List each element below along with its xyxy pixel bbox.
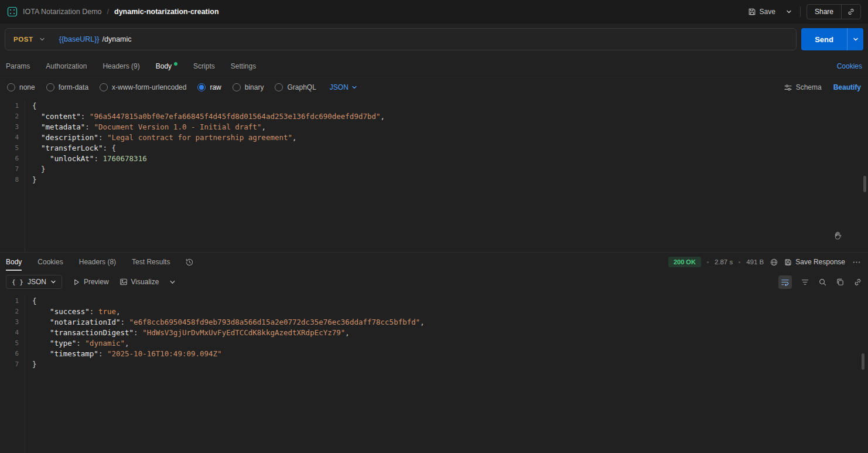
beautify-button[interactable]: Beautify (833, 83, 861, 91)
code-line[interactable]: } (32, 175, 868, 185)
radio-icon (197, 83, 206, 91)
response-time: 2.87 s (715, 258, 733, 265)
response-history-icon[interactable] (185, 258, 194, 267)
breadcrumb-workspace[interactable]: IOTA Notarization Demo (23, 8, 102, 16)
link-icon-button[interactable] (853, 278, 862, 287)
tab-label: Body (156, 62, 172, 70)
save-options-chevron[interactable] (784, 6, 794, 17)
code-line[interactable]: "content": "96a5447815a0bf0e7efa66845f4d… (32, 111, 868, 122)
share-split-button: Share (807, 4, 861, 19)
radio-icon (7, 83, 15, 91)
chevron-down-icon (39, 36, 45, 42)
radio-label: binary (245, 83, 264, 91)
schema-label: Schema (796, 83, 822, 91)
response-tab-cookies[interactable]: Cookies (37, 253, 63, 271)
save-button[interactable]: Save (746, 5, 778, 18)
url-path: /dynamic (102, 35, 132, 43)
breadcrumb-request-title: dynamic-notarization-creation (114, 8, 219, 16)
code-line[interactable]: } (32, 164, 868, 175)
code-line[interactable]: "transferLock": { (32, 143, 868, 154)
response-tabs: BodyCookiesHeaders (8)Test Results (6, 253, 170, 271)
feedback-hand-icon[interactable] (833, 231, 842, 240)
network-globe-icon[interactable] (770, 258, 778, 267)
line-number: 3 (0, 122, 19, 132)
breadcrumb-separator: / (107, 8, 109, 16)
tab-settings[interactable]: Settings (231, 59, 256, 74)
tab-label: Scripts (193, 62, 215, 70)
code-line[interactable]: "metadata": "Document Version 1.0 - Init… (32, 122, 868, 132)
share-button[interactable]: Share (807, 5, 841, 19)
radio-icon (275, 83, 283, 91)
tab-body[interactable]: Body (156, 59, 177, 74)
more-actions-button[interactable] (851, 257, 862, 268)
save-response-button[interactable]: Save Response (784, 258, 845, 266)
response-code: { "success": true, "notarizationId": "e6… (25, 296, 868, 453)
line-number: 3 (0, 317, 19, 328)
save-icon (748, 8, 756, 16)
send-options-chevron[interactable] (847, 28, 863, 50)
preview-button[interactable]: Preview (73, 278, 109, 286)
send-label: Send (815, 35, 833, 44)
radio-label: GraphQL (287, 83, 316, 91)
response-tab-body[interactable]: Body (6, 253, 22, 271)
request-code[interactable]: { "content": "96a5447815a0bf0e7efa66845f… (25, 101, 868, 252)
tab-params[interactable]: Params (6, 59, 30, 74)
body-type-form-data[interactable]: form-data (46, 83, 88, 91)
response-tab-test-results[interactable]: Test Results (132, 253, 170, 271)
body-type-binary[interactable]: binary (233, 83, 264, 91)
tab-authorization[interactable]: Authorization (46, 59, 87, 74)
url-box: POST {{baseURL}} /dynamic (5, 28, 797, 50)
tab-headers-9[interactable]: Headers (9) (102, 59, 139, 74)
save-response-icon (784, 258, 792, 266)
tab-scripts[interactable]: Scripts (193, 59, 215, 74)
line-number: 5 (0, 338, 19, 349)
body-type-raw[interactable]: raw (197, 83, 221, 91)
schema-button[interactable]: Schema (784, 83, 822, 92)
body-type-x-www-form-urlencoded[interactable]: x-www-form-urlencoded (100, 83, 186, 91)
response-toolbar-left: { } JSON Preview (6, 275, 176, 289)
link-icon (847, 8, 855, 16)
response-tab-headers-8[interactable]: Headers (8) (79, 253, 116, 271)
radio-label: x-www-form-urlencoded (112, 83, 186, 91)
code-line: "notarizationId": "e6f8ccb6950458fd9eb79… (32, 317, 868, 328)
method-selector[interactable]: POST (5, 29, 53, 50)
raw-format-dropdown[interactable]: JSON (330, 83, 357, 91)
url-variable: {{baseURL}} (59, 35, 100, 43)
code-line: "transactionDigest": "HdWsV3gjUrDvMxUvFy… (32, 328, 868, 338)
cookies-link[interactable]: Cookies (837, 62, 862, 70)
body-type-group: noneform-datax-www-form-urlencodedrawbin… (7, 83, 357, 91)
breadcrumb: IOTA Notarization Demo / dynamic-notariz… (7, 6, 219, 17)
filter-icon-button[interactable] (801, 278, 809, 287)
body-type-graphql[interactable]: GraphQL (275, 83, 316, 91)
radio-label: form-data (59, 83, 88, 91)
visualize-label: Visualize (131, 278, 159, 286)
body-type-none[interactable]: none (7, 83, 35, 91)
code-line[interactable]: { (32, 101, 868, 111)
url-input[interactable]: {{baseURL}} /dynamic (53, 35, 796, 43)
response-format-dropdown[interactable]: { } JSON (6, 275, 62, 289)
send-button[interactable]: Send (801, 28, 847, 50)
request-scrollbar-thumb[interactable] (863, 176, 866, 192)
response-scrollbar-thumb[interactable] (862, 353, 864, 370)
line-number: 7 (0, 359, 19, 370)
visualize-button[interactable]: Visualize (119, 278, 159, 286)
response-header: BodyCookiesHeaders (8)Test Results 200 O… (0, 253, 868, 271)
meta-dot (739, 261, 740, 263)
topbar-divider (800, 6, 801, 17)
raw-format-label: JSON (330, 83, 348, 91)
copy-link-button[interactable] (841, 5, 860, 19)
line-number: 6 (0, 349, 19, 359)
code-line[interactable]: "unlockAt": 1760678316 (32, 154, 868, 164)
line-number: 1 (0, 101, 19, 111)
code-line: "success": true, (32, 306, 868, 317)
code-line[interactable]: "description": "Legal contract for partn… (32, 132, 868, 143)
response-section: BodyCookiesHeaders (8)Test Results 200 O… (0, 252, 868, 453)
response-body-viewer: 1234567 { "success": true, "notarization… (0, 292, 868, 453)
copy-icon-button[interactable] (836, 278, 845, 287)
search-icon-button[interactable] (818, 278, 827, 287)
workspace-logo-icon[interactable] (7, 6, 18, 17)
radio-icon (233, 83, 241, 91)
topbar: IOTA Notarization Demo / dynamic-notariz… (0, 0, 868, 23)
wrap-text-icon-button[interactable] (778, 275, 792, 289)
response-view-options-chevron[interactable] (169, 279, 176, 285)
